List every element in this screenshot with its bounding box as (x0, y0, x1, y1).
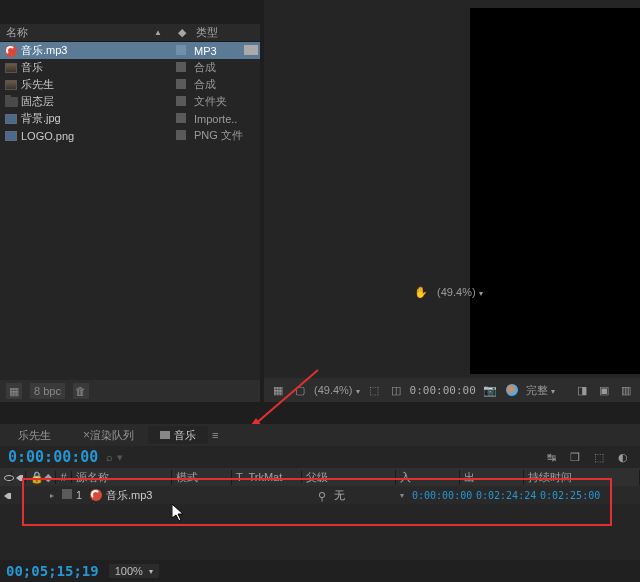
img-icon (4, 113, 18, 125)
timeline-layer-row[interactable]: ▸1音乐.mp3⚲无▾0:00:00:000:02:24:240:02:25:0… (0, 486, 640, 504)
in-column[interactable]: 入 (396, 470, 460, 485)
project-item[interactable]: 背景.jpgImporte.. (0, 110, 260, 127)
project-item-label[interactable] (176, 96, 194, 108)
project-item-type: 合成 (194, 77, 244, 92)
project-item[interactable]: 乐先生合成 (0, 76, 260, 93)
project-item-label[interactable] (176, 62, 194, 74)
close-icon[interactable]: × (83, 428, 90, 442)
project-item-label[interactable] (176, 113, 194, 125)
snapshot-button[interactable]: 📷 (482, 383, 498, 397)
channel-button[interactable] (504, 383, 520, 397)
timeline-tabs: 乐先生×渲染队列音乐≡ (0, 424, 640, 446)
label-column[interactable]: ◆ (40, 471, 56, 484)
view-layout-icon[interactable]: ◨ (574, 383, 590, 397)
project-item-name: 背景.jpg (21, 111, 176, 126)
comp-icon (4, 79, 18, 91)
project-item-name: 乐先生 (21, 77, 176, 92)
project-item-type: 文件夹 (194, 94, 244, 109)
region-button[interactable]: ◫ (388, 383, 404, 397)
index-column[interactable]: # (56, 471, 72, 483)
column-type-header[interactable]: 类型 (190, 25, 260, 40)
timeline-tab[interactable]: ×渲染队列 (65, 426, 146, 444)
mode-column[interactable]: 模式 (172, 470, 232, 485)
speaker-icon (16, 475, 20, 481)
img-icon (4, 130, 18, 142)
timeline-current-time[interactable]: 0:00:00:00 (8, 448, 98, 466)
mp3-icon (90, 489, 102, 501)
trash-icon: 🗑 (75, 385, 86, 397)
duration-column[interactable]: 持续时间 (524, 470, 640, 485)
project-item[interactable]: 音乐.mp3MP3 (0, 42, 260, 59)
status-zoom-select[interactable]: 100%▾ (109, 564, 159, 578)
transparency-grid-icon[interactable]: ⬚ (366, 383, 382, 397)
timeline-search[interactable]: ⌕ ▾ (106, 451, 534, 464)
viewer-toolbar: ▦ ▢ (49.4%) ▾ ⬚ ◫ 0:00:00:00 📷 完整 ▾ ◨ ▣ … (264, 378, 640, 402)
speaker-column[interactable] (12, 471, 26, 483)
timeline-column-headers: 🔒 ◆ # 源名称 模式 T TrkMat 父级 入 出 持续时间 (0, 468, 640, 486)
layer-label[interactable] (58, 489, 72, 501)
viewer-timecode[interactable]: 0:00:00:00 (410, 384, 476, 397)
layer-duration[interactable]: 0:02:25:00 (536, 490, 640, 501)
project-item-type: Importe.. (194, 113, 244, 125)
project-item[interactable]: LOGO.pngPNG 文件 (0, 127, 260, 144)
project-item[interactable]: 音乐合成 (0, 59, 260, 76)
search-icon: ⌕ (106, 451, 113, 463)
out-column[interactable]: 出 (460, 470, 524, 485)
project-item-name: 音乐 (21, 60, 176, 75)
viewer-canvas[interactable] (470, 8, 640, 374)
sort-icon: ▲ (154, 28, 162, 37)
trkmat-column[interactable]: T TrkMat (232, 471, 302, 483)
layer-parent[interactable]: ⚲无▾ (314, 488, 408, 503)
pickwhip-icon[interactable]: ⚲ (318, 490, 330, 500)
rgb-channel-icon (506, 384, 518, 396)
trash-button[interactable]: 🗑 (73, 383, 89, 399)
color-depth-button[interactable]: 8 bpc (30, 383, 65, 399)
mask-toggle-icon[interactable]: ▢ (292, 383, 308, 397)
comp-icon (4, 62, 18, 74)
project-item[interactable]: 固态层文件夹 (0, 93, 260, 110)
project-item-label[interactable] (176, 45, 194, 57)
project-item-name: LOGO.png (21, 130, 176, 142)
shy-button[interactable]: ⬚ (590, 449, 608, 465)
project-footer: ▦ 8 bpc 🗑 (0, 380, 260, 402)
project-item-type: PNG 文件 (194, 128, 244, 143)
column-tag-header[interactable]: ◆ (172, 26, 190, 39)
project-item-type: 合成 (194, 60, 244, 75)
source-column[interactable]: 源名称 (72, 470, 172, 485)
draft-3d-button[interactable]: ❒ (566, 449, 584, 465)
project-item-label[interactable] (176, 79, 194, 91)
project-item-label[interactable] (176, 130, 194, 142)
layer-out[interactable]: 0:02:24:24 (472, 490, 536, 501)
switches-button[interactable]: ◐ (614, 449, 632, 465)
viewer-zoom-select[interactable]: (49.4%) ▾ (314, 384, 360, 396)
view-options-icon[interactable]: ▣ (596, 383, 612, 397)
project-item-name: 固态层 (21, 94, 176, 109)
tab-label: 音乐 (174, 428, 196, 443)
interpret-footage-button[interactable]: ▦ (6, 383, 22, 399)
project-item-type: MP3 (194, 45, 244, 57)
column-name-header[interactable]: 名称 ▲ (0, 25, 172, 40)
timeline-tab[interactable]: 音乐 (148, 426, 208, 444)
comp-icon (160, 431, 170, 439)
tag-icon: ◆ (178, 26, 186, 38)
layer-in[interactable]: 0:00:00:00 (408, 490, 472, 501)
layer-twirl[interactable]: ▸ (46, 491, 58, 500)
eye-column[interactable] (0, 471, 12, 483)
viewer-resolution-select[interactable]: 完整 ▾ (526, 383, 555, 398)
comp-flowchart-button[interactable]: ↹ (542, 449, 560, 465)
timeline-tab[interactable]: 乐先生 (6, 426, 63, 444)
flowchart-icon[interactable] (244, 45, 258, 55)
layer-audio-toggle[interactable] (0, 489, 14, 501)
parent-column[interactable]: 父级 (302, 470, 396, 485)
lock-column[interactable]: 🔒 (26, 471, 40, 484)
panel-menu-button[interactable]: ≡ (212, 429, 218, 441)
status-bar: 00;05;15;19 100%▾ (0, 560, 640, 582)
mp3-icon (4, 45, 18, 57)
grid-icon[interactable]: ▦ (270, 383, 286, 397)
viewer-panel: ✋ (49.4%) ▾ ▦ ▢ (49.4%) ▾ ⬚ ◫ 0:00:00:00… (264, 0, 640, 402)
layer-source-name[interactable]: 音乐.mp3 (86, 488, 184, 503)
status-timecode[interactable]: 00;05;15;19 (6, 563, 99, 579)
timeline-panel: 乐先生×渲染队列音乐≡ 0:00:00:00 ⌕ ▾ ↹ ❒ ⬚ ◐ 🔒 ◆ #… (0, 424, 640, 582)
pixel-aspect-icon[interactable]: ▥ (618, 383, 634, 397)
speaker-icon (4, 493, 8, 499)
